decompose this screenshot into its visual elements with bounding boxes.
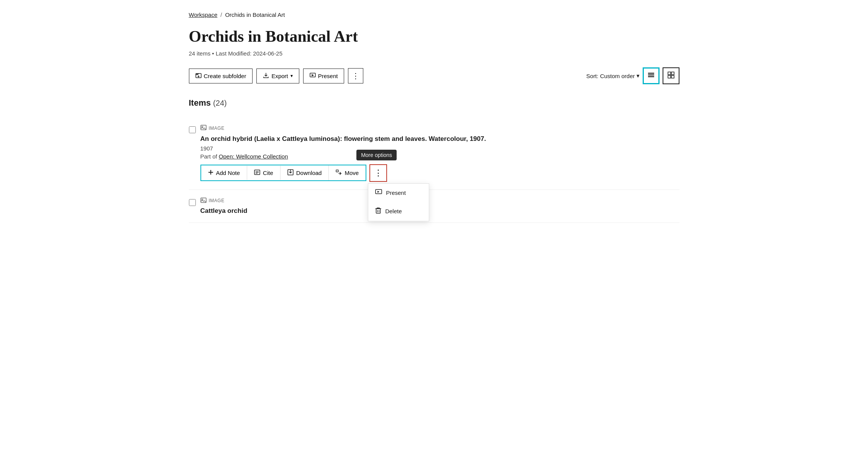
- dropdown-delete-icon: [375, 207, 381, 216]
- cite-icon: [254, 170, 260, 176]
- page-meta: 24 items • Last Modified: 2024-06-25: [189, 50, 679, 57]
- export-chevron-icon: ▾: [290, 73, 293, 78]
- list-view-button[interactable]: [643, 67, 660, 84]
- grid-view-button[interactable]: [663, 67, 679, 84]
- svg-rect-10: [671, 75, 674, 78]
- dropdown-delete-label: Delete: [385, 208, 402, 214]
- present-button[interactable]: Present: [303, 69, 345, 83]
- items-count: (24): [213, 99, 227, 107]
- svg-point-12: [202, 126, 203, 127]
- items-header: Items (24): [189, 98, 679, 108]
- svg-point-26: [202, 199, 203, 200]
- move-label: Move: [345, 170, 359, 176]
- items-header-text: Items: [189, 98, 211, 108]
- items-section: Items (24) IMAGE An orchid hybrid (: [189, 98, 679, 223]
- sort-label: Sort: Custom order: [586, 73, 635, 79]
- svg-rect-5: [648, 74, 654, 75]
- sort-control[interactable]: Sort: Custom order ▾: [586, 72, 640, 79]
- export-label: Export: [271, 73, 288, 79]
- svg-rect-6: [648, 76, 654, 77]
- cite-label: Cite: [263, 170, 273, 176]
- breadcrumb-separator: /: [220, 11, 222, 18]
- item1-title: An orchid hybrid (Laelia x Cattleya lumi…: [200, 134, 679, 144]
- item1-source-link[interactable]: Open: Wellcome Collection: [219, 153, 288, 160]
- move-button[interactable]: Move: [329, 166, 366, 180]
- svg-rect-22: [376, 209, 381, 213]
- item2-content: IMAGE Cattleya orchid: [200, 198, 679, 215]
- item2-checkbox[interactable]: [189, 199, 196, 206]
- breadcrumb-workspace-link[interactable]: Workspace: [189, 11, 218, 18]
- download-button[interactable]: Download: [281, 165, 329, 180]
- export-icon: [263, 72, 269, 80]
- svg-rect-4: [648, 73, 654, 74]
- toolbar-right: Sort: Custom order ▾: [586, 67, 679, 84]
- breadcrumb: Workspace / Orchids in Botanical Art: [189, 11, 679, 18]
- breadcrumb-current: Orchids in Botanical Art: [225, 11, 285, 18]
- toolbar-more-icon: ⋮: [352, 71, 359, 80]
- item1-content: IMAGE An orchid hybrid (Laelia x Cattley…: [200, 125, 679, 182]
- svg-rect-9: [668, 75, 671, 78]
- item1-actions-row: Add Note Cite: [200, 164, 679, 182]
- toolbar-more-button[interactable]: ⋮: [348, 68, 363, 83]
- add-note-icon: [208, 170, 213, 176]
- move-icon: [336, 170, 342, 176]
- dropdown-present-icon: [375, 189, 382, 196]
- item2-image-icon: [200, 198, 207, 204]
- more-options-wrapper: More options ⋮: [368, 164, 387, 182]
- download-label: Download: [296, 170, 322, 176]
- item1-image-icon: [200, 125, 207, 131]
- item1-checkbox[interactable]: [189, 126, 196, 133]
- item1-action-buttons: Add Note Cite: [200, 165, 367, 181]
- svg-rect-20: [336, 170, 338, 172]
- dropdown-present-item[interactable]: Present: [368, 184, 429, 202]
- more-options-icon: ⋮: [374, 168, 382, 178]
- dropdown-present-label: Present: [386, 190, 406, 196]
- item2-type-badge: IMAGE: [200, 198, 679, 204]
- svg-rect-7: [668, 72, 671, 75]
- list-view-icon: [647, 71, 655, 81]
- item2-type-label: IMAGE: [209, 198, 225, 203]
- item2-title: Cattleya orchid: [200, 207, 679, 215]
- svg-rect-8: [671, 72, 674, 75]
- page-title: Orchids in Botanical Art: [189, 27, 679, 46]
- grid-view-icon: [667, 71, 675, 81]
- present-label: Present: [318, 73, 338, 79]
- sort-chevron-icon: ▾: [637, 72, 640, 79]
- present-icon: [310, 72, 316, 80]
- create-subfolder-label: Create subfolder: [204, 73, 246, 79]
- item1-type-badge: IMAGE: [200, 125, 679, 131]
- add-note-button[interactable]: Add Note: [201, 166, 248, 180]
- item1-type-label: IMAGE: [209, 126, 225, 131]
- cite-button[interactable]: Cite: [247, 166, 281, 180]
- page-container: Workspace / Orchids in Botanical Art Orc…: [166, 0, 702, 234]
- export-button[interactable]: Export ▾: [256, 69, 299, 83]
- item1-year: 1907: [200, 145, 679, 152]
- create-subfolder-icon: [195, 72, 202, 80]
- dropdown-delete-item[interactable]: Delete: [368, 202, 429, 221]
- more-options-button[interactable]: ⋮: [369, 164, 387, 182]
- item1-source-prefix: Part of: [200, 153, 219, 160]
- add-note-label: Add Note: [216, 170, 240, 176]
- table-row: IMAGE An orchid hybrid (Laelia x Cattley…: [189, 117, 679, 190]
- item1-source: Part of Open: Wellcome Collection: [200, 153, 679, 160]
- table-row: IMAGE Cattleya orchid: [189, 190, 679, 223]
- download-icon: [287, 169, 294, 176]
- create-subfolder-button[interactable]: Create subfolder: [189, 69, 253, 83]
- toolbar: Create subfolder Export ▾ Present ⋮: [189, 67, 679, 84]
- more-options-dropdown: Present: [368, 183, 429, 221]
